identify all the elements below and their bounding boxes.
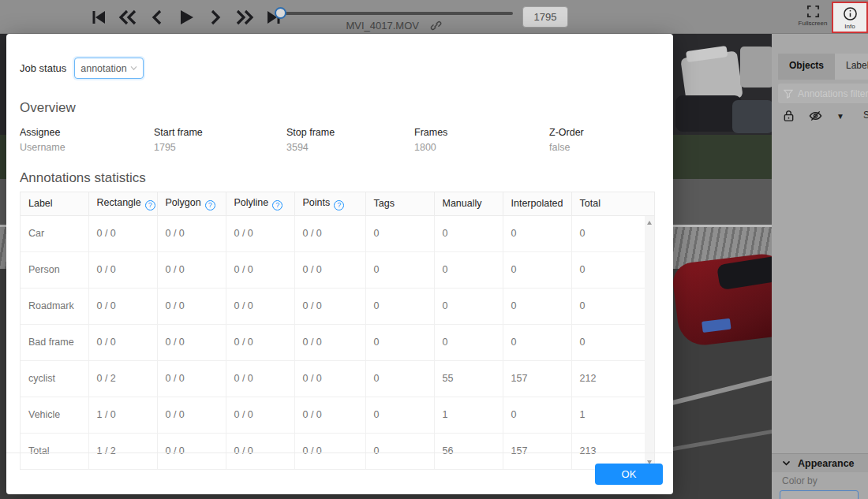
- stat-cell: 0 / 0: [226, 251, 294, 288]
- appearance-collapse-header[interactable]: Appearance: [772, 453, 868, 472]
- row-label-cell: Roadmark: [21, 288, 88, 324]
- stat-cell: 0 / 0: [294, 288, 365, 324]
- stat-cell: 0 / 0: [226, 215, 294, 251]
- row-label-cell: Person: [21, 251, 88, 288]
- stat-cell: 0 / 0: [294, 215, 365, 251]
- color-by-label: Color by: [782, 475, 817, 486]
- frame-number-input[interactable]: [522, 6, 568, 28]
- slider-track[interactable]: [281, 12, 513, 15]
- stat-cell: 212: [571, 360, 654, 397]
- hide-eye-icon[interactable]: [809, 110, 822, 122]
- scroll-up-arrow[interactable]: [647, 221, 652, 225]
- table-row: Car0 / 00 / 00 / 00 / 00000: [21, 215, 654, 251]
- forward-button[interactable]: [234, 6, 255, 28]
- fullscreen-button[interactable]: Fullscreen: [794, 0, 832, 27]
- overview-field-value: false: [549, 142, 584, 153]
- question-circle-icon[interactable]: ?: [145, 200, 155, 210]
- row-label-cell: Vehicle: [21, 397, 88, 433]
- stat-cell: 0 / 0: [294, 324, 365, 360]
- job-status-select[interactable]: annotation: [74, 58, 144, 79]
- stat-cell: 0: [365, 324, 434, 360]
- annotations-filter-input[interactable]: Annotations filter: [778, 84, 868, 103]
- overview-field-value: Username: [20, 142, 154, 153]
- link-icon[interactable]: [430, 20, 442, 32]
- question-circle-icon[interactable]: ?: [272, 200, 282, 210]
- backward-button[interactable]: [118, 6, 138, 28]
- info-button[interactable]: Info: [832, 2, 868, 33]
- row-label-cell: Bad frame: [21, 324, 88, 360]
- stat-cell: 0 / 0: [157, 397, 226, 433]
- frame-slider[interactable]: MVI_4017.MOV: [275, 0, 513, 34]
- stat-cell: 0: [365, 215, 434, 251]
- table-scrollbar[interactable]: [645, 216, 654, 469]
- table-row: cyclist0 / 20 / 00 / 00 / 0055157212: [21, 360, 654, 397]
- stat-cell: 0: [571, 324, 654, 360]
- stats-table-wrap: LabelRectangle?Polygon?Polyline?Points?T…: [20, 192, 655, 470]
- tab-labels[interactable]: Labels: [835, 54, 868, 80]
- overview-field-label: Start frame: [154, 127, 286, 138]
- video-red-car-windshield: [716, 255, 772, 290]
- overview-field: AssigneeUsername: [20, 127, 154, 153]
- stat-cell: 0 / 0: [226, 397, 294, 433]
- sidebar-icon-row: ▼: [783, 110, 868, 122]
- stat-cell: 0: [571, 251, 654, 288]
- table-row: Bad frame0 / 00 / 00 / 00 / 00000: [21, 324, 654, 360]
- stats-title: Annotations statistics: [20, 170, 660, 186]
- video-gray-van: [740, 47, 772, 88]
- expand-dropdown-icon[interactable]: ▼: [836, 112, 844, 121]
- modal-body: Job status annotation Overview AssigneeU…: [6, 34, 673, 470]
- cvat-annotation-app: MVI_4017.MOV Fullscreen Info: [0, 0, 868, 499]
- slider-handle[interactable]: [275, 7, 286, 19]
- previous-frame-button[interactable]: [147, 6, 167, 28]
- color-by-segmented-control[interactable]: [780, 490, 859, 499]
- stat-cell: 0 / 0: [226, 360, 294, 397]
- play-button[interactable]: [176, 6, 196, 28]
- stat-cell: 0: [571, 288, 654, 324]
- video-dark-car: [732, 100, 772, 133]
- info-icon: [843, 6, 858, 21]
- stat-cell: 0: [503, 215, 571, 251]
- overview-field: Stop frame3594: [286, 127, 414, 153]
- stats-column-header: Rectangle?: [88, 192, 157, 215]
- playback-controls: [88, 0, 284, 34]
- stats-column-header: Polygon?: [157, 192, 226, 215]
- job-status-value: annotation: [80, 63, 126, 74]
- overview-field-label: Stop frame: [286, 127, 414, 138]
- next-frame-button[interactable]: [205, 6, 226, 28]
- table-row: Vehicle1 / 00 / 00 / 00 / 00101: [21, 397, 654, 433]
- stat-cell: 0 / 0: [294, 251, 365, 288]
- overview-field: Z-Orderfalse: [549, 127, 584, 153]
- video-lane-line: [664, 372, 772, 408]
- stat-cell: 0: [434, 215, 503, 251]
- job-status-row: Job status annotation: [20, 58, 660, 79]
- stat-cell: 0: [503, 324, 571, 360]
- lock-icon[interactable]: [783, 110, 795, 122]
- ok-button[interactable]: OK: [595, 464, 663, 485]
- stat-cell: 55: [434, 360, 503, 397]
- stat-cell: 0 / 0: [294, 397, 365, 433]
- overview-field-value: 1800: [414, 142, 549, 153]
- question-circle-icon[interactable]: ?: [334, 200, 344, 210]
- tab-objects[interactable]: Objects: [778, 54, 835, 80]
- overview-field-value: 1795: [154, 142, 286, 153]
- stat-cell: 0 / 0: [88, 251, 157, 288]
- overview-field-label: Frames: [414, 127, 549, 138]
- sort-control-cut[interactable]: S: [863, 110, 868, 121]
- question-circle-icon[interactable]: ?: [205, 200, 215, 210]
- stat-cell: 0: [503, 251, 571, 288]
- first-frame-button[interactable]: [88, 6, 109, 28]
- stat-cell: 0 / 0: [157, 360, 226, 397]
- stat-cell: 0 / 0: [88, 215, 157, 251]
- overview-field: Start frame1795: [154, 127, 286, 153]
- stat-cell: 0 / 0: [88, 288, 157, 324]
- stat-cell: 0 / 0: [157, 324, 226, 360]
- overview-field-value: 3594: [286, 142, 414, 153]
- stats-table: LabelRectangle?Polygon?Polyline?Points?T…: [21, 192, 654, 470]
- table-row: Roadmark0 / 00 / 00 / 00 / 00000: [21, 288, 654, 324]
- overview-field: Frames1800: [414, 127, 549, 153]
- overview-field-label: Z-Order: [549, 127, 584, 138]
- fullscreen-icon: [806, 5, 820, 18]
- stats-column-header: Interpolated: [503, 192, 571, 215]
- stat-cell: 0 / 0: [226, 324, 294, 360]
- video-red-car: [671, 251, 772, 348]
